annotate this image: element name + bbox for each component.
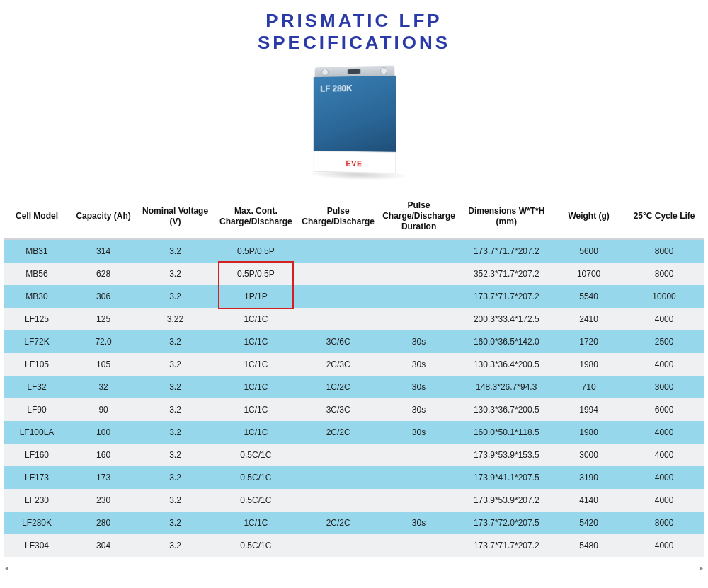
cell-cycle: 6000: [624, 398, 704, 421]
cell-dim: 160.0*36.5*142.0: [459, 330, 554, 353]
title-line-1: PRISMATIC LFP: [266, 10, 442, 31]
cell-pulse: 2C/3C: [298, 353, 379, 376]
cell-voltage: 3.2: [137, 376, 214, 398]
cell-weight: 710: [554, 376, 624, 398]
cell-maxcd: 1C/1C: [214, 308, 298, 330]
table-row: LF1601603.20.5C/1C173.9*53.9*153.5300040…: [4, 444, 704, 466]
cell-maxcd: 1C/1C: [214, 398, 298, 421]
scroll-left-icon: ◂: [5, 564, 8, 572]
cell-capacity: 72.0: [70, 330, 137, 353]
scroll-right-icon: ▸: [700, 564, 703, 572]
cell-pdur: 30s: [379, 512, 459, 534]
cell-maxcd: 0.5C/1C: [214, 534, 298, 557]
cell-maxcd: 1P/1P: [214, 285, 298, 308]
cell-weight: 3000: [554, 444, 624, 466]
battery-terminal-right: [380, 67, 387, 74]
cell-pulse: 2C/2C: [298, 512, 379, 534]
cell-pdur: [379, 239, 459, 263]
cell-maxcd: 0.5P/0.5P: [214, 239, 298, 263]
col-header-cycle: 25°C Cycle Life: [624, 194, 704, 239]
cell-dim: 200.3*33.4*172.5: [459, 308, 554, 330]
cell-pulse: 3C/6C: [298, 330, 379, 353]
cell-cycle: 4000: [624, 353, 704, 376]
cell-voltage: 3.2: [137, 466, 214, 489]
cell-weight: 1980: [554, 353, 624, 376]
spec-table: Cell Model Capacity (Ah) Nominal Voltage…: [4, 194, 704, 557]
cell-dim: 173.7*72.0*207.5: [459, 512, 554, 534]
cell-dim: 148.3*26.7*94.3: [459, 376, 554, 398]
table-row: LF32323.21C/1C1C/2C30s148.3*26.7*94.3710…: [4, 376, 704, 398]
cell-pdur: [379, 263, 459, 285]
cell-pdur: [379, 466, 459, 489]
cell-dim: 160.0*50.1*118.5: [459, 421, 554, 444]
cell-model: MB56: [4, 263, 70, 285]
cell-capacity: 32: [70, 376, 137, 398]
cell-voltage: 3.2: [137, 534, 214, 557]
cell-cycle: 4000: [624, 534, 704, 557]
cell-dim: 173.9*53.9*153.5: [459, 444, 554, 466]
col-header-model: Cell Model: [4, 194, 70, 239]
cell-capacity: 230: [70, 489, 137, 512]
battery-illustration: LF 280K EVE: [314, 66, 396, 175]
cell-capacity: 628: [70, 263, 137, 285]
cell-weight: 5600: [554, 239, 624, 263]
cell-weight: 5420: [554, 512, 624, 534]
cell-pdur: 30s: [379, 353, 459, 376]
battery-terminal-left: [321, 69, 329, 76]
cell-voltage: 3.2: [137, 239, 214, 263]
table-row: MB566283.20.5P/0.5P352.3*71.7*207.210700…: [4, 263, 704, 285]
cell-weight: 10700: [554, 263, 624, 285]
cell-dim: 173.7*71.7*207.2: [459, 239, 554, 263]
cell-weight: 2410: [554, 308, 624, 330]
cell-maxcd: 1C/1C: [214, 353, 298, 376]
cell-cycle: 3000: [624, 376, 704, 398]
col-header-weight: Weight (g): [554, 194, 624, 239]
cell-cycle: 8000: [624, 239, 704, 263]
cell-weight: 3190: [554, 466, 624, 489]
cell-cycle: 10000: [624, 285, 704, 308]
cell-capacity: 125: [70, 308, 137, 330]
cell-capacity: 304: [70, 534, 137, 557]
cell-capacity: 314: [70, 239, 137, 263]
cell-pulse: [298, 444, 379, 466]
cell-maxcd: 0.5C/1C: [214, 466, 298, 489]
cell-dim: 173.7*71.7*207.2: [459, 285, 554, 308]
cell-weight: 4140: [554, 489, 624, 512]
cell-dim: 130.3*36.7*200.5: [459, 398, 554, 421]
cell-capacity: 105: [70, 353, 137, 376]
table-row: MB303063.21P/1P173.7*71.7*207.2554010000: [4, 285, 704, 308]
spec-table-container[interactable]: Cell Model Capacity (Ah) Nominal Voltage…: [4, 194, 704, 564]
cell-cycle: 2500: [624, 330, 704, 353]
cell-model: LF100LA: [4, 421, 70, 444]
table-row: LF1731733.20.5C/1C173.9*41.1*207.5319040…: [4, 466, 704, 489]
cell-weight: 1994: [554, 398, 624, 421]
cell-pulse: [298, 308, 379, 330]
cell-pdur: [379, 489, 459, 512]
table-row: LF90903.21C/1C3C/3C30s130.3*36.7*200.519…: [4, 398, 704, 421]
table-row: MB313143.20.5P/0.5P173.7*71.7*207.256008…: [4, 239, 704, 263]
cell-capacity: 306: [70, 285, 137, 308]
cell-pdur: 30s: [379, 330, 459, 353]
cell-model: LF280K: [4, 512, 70, 534]
cell-maxcd: 1C/1C: [214, 512, 298, 534]
col-header-voltage: Nominal Voltage (V): [137, 194, 214, 239]
cell-voltage: 3.2: [137, 353, 214, 376]
cell-model: MB31: [4, 239, 70, 263]
cell-pulse: [298, 466, 379, 489]
cell-model: LF125: [4, 308, 70, 330]
cell-model: LF32: [4, 376, 70, 398]
cell-model: LF160: [4, 444, 70, 466]
cell-weight: 5480: [554, 534, 624, 557]
cell-capacity: 173: [70, 466, 137, 489]
cell-model: LF304: [4, 534, 70, 557]
table-row: LF3043043.20.5C/1C173.7*71.7*207.2548040…: [4, 534, 704, 557]
col-header-pulsedur: Pulse Charge/Discharge Duration: [379, 194, 459, 239]
cell-voltage: 3.22: [137, 308, 214, 330]
battery-brand-text: EVE: [346, 159, 362, 168]
cell-pdur: [379, 534, 459, 557]
table-row: LF280K2803.21C/1C2C/2C30s173.7*72.0*207.…: [4, 512, 704, 534]
cell-model: LF230: [4, 489, 70, 512]
cell-model: LF90: [4, 398, 70, 421]
cell-pdur: [379, 444, 459, 466]
battery-terminal-center: [347, 69, 361, 74]
